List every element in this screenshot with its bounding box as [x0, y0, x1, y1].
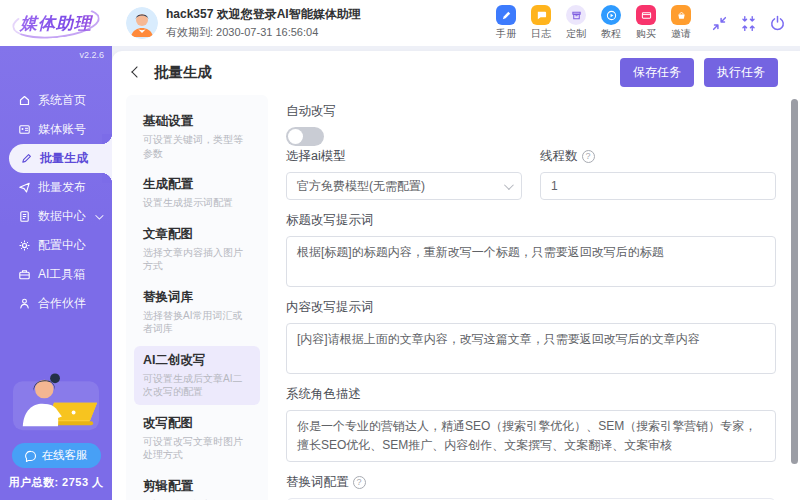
ai-model-select[interactable]: 官方免费模型(无需配置) [286, 172, 522, 200]
step-ai-rewrite[interactable]: AI二创改写 可设置生成后文章AI二次改写的配置 [134, 346, 260, 405]
sidebar-item-batch-publish[interactable]: 批量发布 [0, 173, 112, 202]
sidebar: v2.2.6 系统首页 媒体账号 批量生成 批量发布 数据中心 [0, 46, 112, 500]
sidebar-item-home[interactable]: 系统首页 [0, 86, 112, 115]
online-support-button[interactable]: 在线客服 [12, 443, 101, 468]
run-task-button[interactable]: 执行任务 [704, 58, 778, 87]
step-desc: 可设置关键词，类型等参数 [143, 133, 251, 160]
content-prompt-textarea[interactable]: [内容]请根据上面的文章内容，改写这篇文章，只需要返回改写后的文章内容 [286, 323, 776, 374]
step-title: 生成配置 [143, 176, 251, 193]
quick-links: 手册 日志 定制 教程 [496, 5, 691, 41]
step-title: 替换词库 [143, 289, 251, 306]
quick-link-buy[interactable]: 购买 [636, 5, 656, 41]
step-article-image[interactable]: 文章配图 选择文章内容插入图片方式 [134, 220, 260, 279]
system-role-textarea[interactable]: 你是一个专业的营销达人，精通SEO（搜索引擎优化）、SEM（搜索引擎营销）专家，… [286, 410, 776, 461]
partner-icon [18, 297, 31, 310]
content-row: 基础设置 可设置关键词，类型等参数 生成配置 设置生成提示词配置 文章配图 选择… [112, 93, 800, 500]
manual-icon [496, 5, 516, 25]
sidebar-item-config-center[interactable]: 配置中心 [0, 231, 112, 260]
thread-label-text: 线程数 [540, 148, 578, 165]
header-actions: 手册 日志 定制 教程 [496, 5, 800, 41]
step-title: 基础设置 [143, 113, 251, 130]
quick-link-manual[interactable]: 手册 [496, 5, 516, 41]
batch-generate-icon [20, 152, 33, 165]
quick-link-label: 手册 [496, 27, 516, 41]
sidebar-item-label: 批量生成 [40, 150, 88, 167]
step-desc: 可设置生成后文章AI二次改写的配置 [143, 372, 251, 399]
content-scrollbar[interactable] [791, 99, 798, 496]
step-rewrite-image[interactable]: 改写配图 可设置改写文章时图片处理方式 [134, 409, 260, 468]
system-role-label: 系统角色描述 [286, 386, 776, 403]
top-header: 媒体助理 hack357 欢迎您登录AI智能媒体助理 有效期到: 2030-07… [0, 0, 800, 46]
collapse-window-icon[interactable] [740, 15, 757, 32]
quick-link-label: 定制 [566, 27, 586, 41]
model-label: 选择ai模型 [286, 148, 522, 165]
log-icon [531, 5, 551, 25]
support-illustration [7, 348, 105, 436]
sidebar-item-data-center[interactable]: 数据中心 [0, 202, 112, 231]
sidebar-item-label: 配置中心 [38, 237, 86, 254]
step-desc: 选择文章内容插入图片方式 [143, 246, 251, 273]
help-icon[interactable]: ? [582, 150, 595, 163]
sidebar-item-batch-generate[interactable]: 批量生成 [9, 144, 112, 173]
sidebar-item-label: 批量发布 [38, 179, 86, 196]
invite-icon [671, 5, 691, 25]
welcome-text: hack357 欢迎您登录AI智能媒体助理 [166, 6, 361, 23]
step-title: AI二创改写 [143, 352, 251, 369]
quick-link-invite[interactable]: 邀请 [671, 5, 691, 41]
quick-link-log[interactable]: 日志 [531, 5, 551, 41]
help-icon[interactable]: ? [353, 476, 366, 489]
quick-link-label: 邀请 [671, 27, 691, 41]
save-task-button[interactable]: 保存任务 [620, 58, 694, 87]
user-avatar[interactable] [126, 7, 158, 39]
step-desc: 选择替换AI常用词汇或者词库 [143, 309, 251, 336]
chevron-down-icon [95, 211, 103, 219]
step-title: 改写配图 [143, 415, 251, 432]
step-desc: 可设置改写文章时图片处理方式 [143, 435, 251, 462]
buy-icon [636, 5, 656, 25]
compress-window-icon[interactable] [711, 15, 728, 32]
batch-publish-icon [18, 181, 31, 194]
quick-link-custom[interactable]: 定制 [566, 5, 586, 41]
content-prompt-label: 内容改写提示词 [286, 299, 776, 316]
thread-count-input[interactable] [540, 172, 776, 200]
step-replace-lexicon[interactable]: 替换词库 选择替换AI常用词汇或者词库 [134, 283, 260, 342]
sidebar-item-media-accounts[interactable]: 媒体账号 [0, 115, 112, 144]
back-button[interactable] [128, 63, 146, 81]
home-icon [18, 94, 31, 107]
title-prompt-textarea[interactable]: 根据[标题]的标题内容，重新改写一个标题，只需要返回改写后的标题 [286, 236, 776, 287]
chevron-left-icon [131, 66, 142, 77]
sidebar-footer: 在线客服 用户总数: 2753 人 [0, 348, 112, 490]
app-version: v2.2.6 [79, 50, 104, 60]
quick-link-label: 购买 [636, 27, 656, 41]
avatar-illustration [126, 7, 158, 39]
config-steps-panel: 基础设置 可设置关键词，类型等参数 生成配置 设置生成提示词配置 文章配图 选择… [126, 95, 268, 500]
ai-model-value: 官方免费模型(无需配置) [297, 178, 425, 195]
step-generate-config[interactable]: 生成配置 设置生成提示词配置 [134, 170, 260, 216]
content-card: 批量生成 保存任务 执行任务 基础设置 可设置关键词，类型等参数 生成配置 设置… [112, 51, 800, 500]
step-desc: 设置生成提示词配置 [143, 196, 251, 210]
chevron-down-icon [504, 180, 514, 190]
quick-link-tutorial[interactable]: 教程 [601, 5, 621, 41]
brand-logo-text: 媒体助理 [16, 10, 96, 37]
quick-link-label: 日志 [531, 27, 551, 41]
thread-label: 线程数 ? [540, 148, 776, 165]
step-title: 文章配图 [143, 226, 251, 243]
window-controls [711, 15, 786, 32]
media-account-icon [18, 123, 31, 136]
auto-rewrite-toggle[interactable] [286, 127, 324, 146]
auto-rewrite-label: 自动改写 [286, 103, 776, 120]
quick-link-label: 教程 [601, 27, 621, 41]
sidebar-item-label: 合作伙伴 [38, 295, 86, 312]
scrollbar-thumb[interactable] [791, 99, 798, 464]
sidebar-item-partners[interactable]: 合作伙伴 [0, 289, 112, 318]
step-basic-settings[interactable]: 基础设置 可设置关键词，类型等参数 [134, 107, 260, 166]
ai-toolbox-icon [18, 268, 31, 281]
sidebar-item-ai-toolbox[interactable]: AI工具箱 [0, 260, 112, 289]
sidebar-item-label: AI工具箱 [38, 266, 85, 283]
user-info: hack357 欢迎您登录AI智能媒体助理 有效期到: 2030-07-31 1… [126, 6, 361, 40]
brand-logo: 媒体助理 [0, 0, 112, 46]
step-clip-config[interactable]: 剪辑配置 可设置自动混剪的配置 [134, 472, 260, 500]
user-total-count: 用户总数: 2753 人 [8, 475, 103, 490]
toggle-knob [288, 129, 303, 144]
power-icon[interactable] [769, 15, 786, 32]
